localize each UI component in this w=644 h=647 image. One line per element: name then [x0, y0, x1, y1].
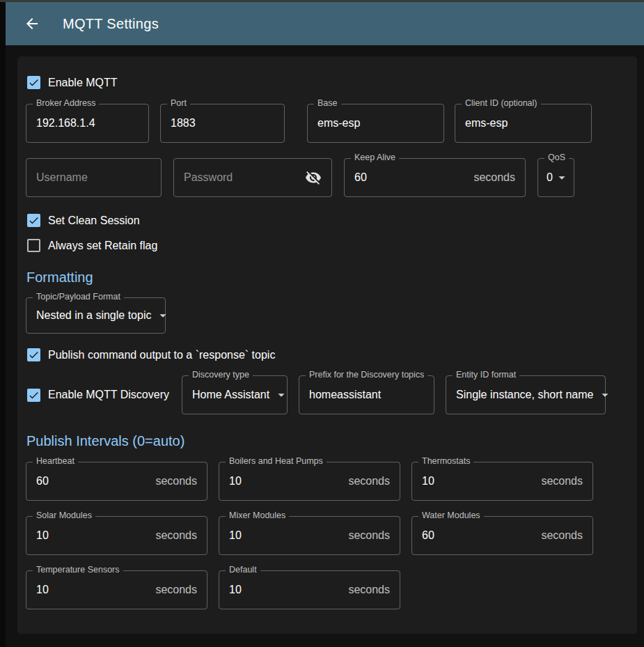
- clean-session-checkbox[interactable]: [27, 214, 40, 227]
- topic-format-label: Topic/Payload Format: [33, 292, 124, 302]
- heartbeat-unit: seconds: [155, 475, 197, 488]
- temperature-interval-unit: seconds: [155, 584, 197, 596]
- boilers-interval-input[interactable]: [229, 475, 343, 488]
- base-input[interactable]: [317, 117, 434, 130]
- entity-format-value: Single instance, short name: [456, 389, 593, 401]
- default-interval-input[interactable]: [229, 584, 343, 596]
- topic-format-value: Nested in a single topic: [36, 309, 151, 322]
- mixer-interval-input[interactable]: [229, 529, 343, 542]
- heartbeat-field[interactable]: Heartbeat seconds: [26, 462, 207, 501]
- retain-flag-row[interactable]: Always set Retain flag: [27, 239, 629, 252]
- base-label: Base: [314, 98, 341, 108]
- heartbeat-label: Heartbeat: [33, 456, 78, 466]
- discovery-prefix-field[interactable]: Prefix for the Discovery topics: [299, 375, 434, 414]
- temperature-interval-field[interactable]: Temperature Sensors seconds: [26, 570, 207, 609]
- toggle-password-visibility-button[interactable]: [305, 169, 322, 186]
- password-input[interactable]: [184, 171, 305, 184]
- port-label: Port: [167, 98, 190, 108]
- back-button[interactable]: [18, 10, 46, 38]
- connection-fields-row: Broker Address Port Base Client ID (opti…: [26, 104, 629, 143]
- boilers-interval-unit: seconds: [348, 475, 390, 488]
- username-input[interactable]: [36, 171, 151, 184]
- enable-discovery-checkbox[interactable]: [27, 389, 40, 402]
- boilers-interval-field[interactable]: Boilers and Heat Pumps seconds: [219, 462, 400, 501]
- settings-card: Enable MQTT Broker Address Port Base Cli…: [17, 56, 637, 634]
- solar-interval-field[interactable]: Solar Modules seconds: [26, 516, 207, 555]
- check-icon: [28, 77, 40, 88]
- qos-value: 0: [547, 171, 553, 184]
- thermostats-interval-unit: seconds: [541, 475, 583, 488]
- solar-interval-input[interactable]: [36, 529, 150, 542]
- temperature-interval-label: Temperature Sensors: [33, 565, 123, 575]
- chevron-down-icon: [554, 170, 570, 185]
- solar-interval-label: Solar Modules: [33, 510, 95, 520]
- discovery-prefix-label: Prefix for the Discovery topics: [306, 370, 427, 380]
- topic-format-select[interactable]: Topic/Payload Format Nested in a single …: [26, 297, 166, 334]
- mixer-interval-field[interactable]: Mixer Modules seconds: [219, 516, 400, 555]
- chevron-down-icon: [274, 387, 289, 403]
- enable-mqtt-row[interactable]: Enable MQTT: [27, 76, 629, 89]
- entity-format-label: Entity ID format: [453, 370, 519, 380]
- enable-mqtt-label: Enable MQTT: [48, 77, 118, 89]
- clean-session-label: Set Clean Session: [48, 215, 140, 227]
- username-field[interactable]: [26, 158, 162, 197]
- keep-alive-field[interactable]: Keep Alive seconds: [344, 158, 526, 197]
- enable-discovery-label: Enable MQTT Discovery: [48, 389, 169, 401]
- check-icon: [28, 215, 40, 226]
- keep-alive-unit: seconds: [473, 171, 515, 184]
- discovery-row: Enable MQTT Discovery Discovery type Hom…: [26, 375, 629, 414]
- water-interval-field[interactable]: Water Modules seconds: [411, 516, 593, 555]
- client-id-field[interactable]: Client ID (optional): [455, 104, 592, 143]
- app-bar: MQTT Settings: [6, 2, 644, 45]
- publish-response-label: Publish command output to a `response` t…: [48, 349, 275, 361]
- qos-label: QoS: [544, 153, 569, 162]
- publish-response-row[interactable]: Publish command output to a `response` t…: [27, 348, 629, 361]
- check-icon: [28, 389, 40, 401]
- thermostats-interval-label: Thermostats: [418, 456, 473, 466]
- password-field[interactable]: [173, 158, 332, 197]
- thermostats-interval-input[interactable]: [422, 475, 535, 488]
- window-left-border: [0, 2, 6, 647]
- enable-mqtt-checkbox[interactable]: [27, 76, 40, 89]
- publish-intervals-grid: Heartbeat seconds Boilers and Heat Pumps…: [26, 462, 629, 609]
- retain-flag-label: Always set Retain flag: [48, 240, 157, 252]
- temperature-interval-input[interactable]: [36, 584, 150, 596]
- default-interval-label: Default: [226, 565, 260, 575]
- arrow-left-icon: [24, 15, 40, 32]
- page-title: MQTT Settings: [63, 16, 159, 32]
- keep-alive-input[interactable]: [354, 171, 468, 184]
- retain-flag-checkbox[interactable]: [27, 239, 40, 252]
- default-interval-field[interactable]: Default seconds: [219, 570, 400, 609]
- port-field[interactable]: Port: [160, 104, 285, 143]
- solar-interval-unit: seconds: [155, 529, 197, 542]
- heartbeat-input[interactable]: [36, 475, 150, 488]
- discovery-prefix-input[interactable]: [309, 389, 424, 401]
- discovery-type-label: Discovery type: [189, 370, 253, 380]
- water-interval-unit: seconds: [541, 529, 583, 542]
- client-id-input[interactable]: [465, 117, 581, 130]
- client-id-label: Client ID (optional): [462, 98, 541, 108]
- credentials-fields-row: Keep Alive seconds QoS 0: [26, 158, 629, 197]
- formatting-heading: Formatting: [26, 270, 629, 286]
- entity-format-select[interactable]: Entity ID format Single instance, short …: [446, 375, 606, 414]
- water-interval-input[interactable]: [422, 529, 535, 542]
- base-field[interactable]: Base: [307, 104, 444, 143]
- chevron-down-icon: [155, 308, 171, 323]
- check-icon: [28, 349, 40, 361]
- broker-address-input[interactable]: [36, 117, 139, 130]
- publish-response-checkbox[interactable]: [27, 348, 40, 361]
- enable-discovery-row[interactable]: Enable MQTT Discovery: [27, 389, 182, 402]
- port-input[interactable]: [171, 117, 274, 130]
- visibility-off-icon: [305, 169, 322, 186]
- clean-session-row[interactable]: Set Clean Session: [27, 214, 629, 227]
- mixer-interval-unit: seconds: [348, 529, 390, 542]
- discovery-type-select[interactable]: Discovery type Home Assistant: [182, 375, 288, 414]
- chevron-down-icon: [597, 387, 613, 403]
- broker-address-field[interactable]: Broker Address: [26, 104, 149, 143]
- publish-intervals-heading: Publish Intervals (0=auto): [26, 433, 629, 449]
- thermostats-interval-field[interactable]: Thermostats seconds: [411, 462, 593, 501]
- keep-alive-label: Keep Alive: [351, 153, 399, 162]
- qos-select[interactable]: QoS 0: [537, 158, 574, 197]
- broker-address-label: Broker Address: [33, 98, 99, 108]
- mixer-interval-label: Mixer Modules: [226, 510, 289, 520]
